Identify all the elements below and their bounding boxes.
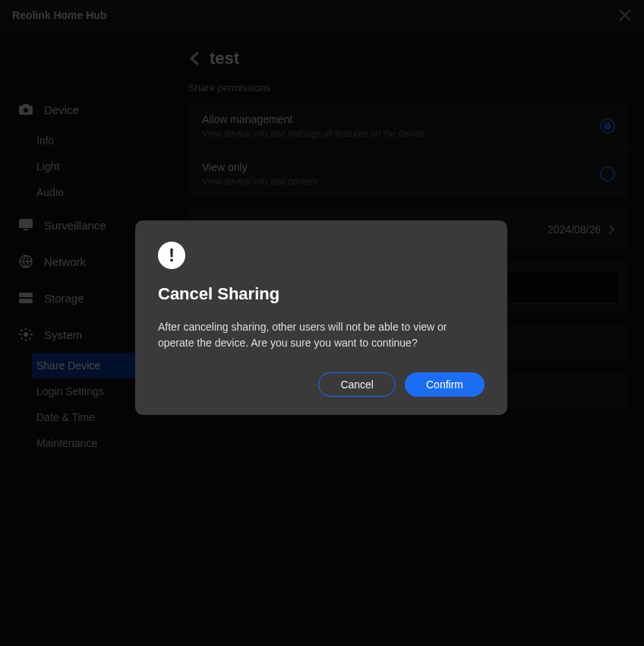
cancel-sharing-dialog: ! Cancel Sharing After canceling sharing…	[135, 220, 507, 415]
dialog-body: After canceling sharing, other users wil…	[158, 319, 485, 351]
dialog-title: Cancel Sharing	[158, 284, 485, 304]
modal-overlay: ! Cancel Sharing After canceling sharing…	[0, 0, 644, 646]
exclamation-icon: !	[158, 242, 185, 269]
cancel-button[interactable]: Cancel	[318, 372, 396, 397]
confirm-button[interactable]: Confirm	[405, 372, 485, 397]
